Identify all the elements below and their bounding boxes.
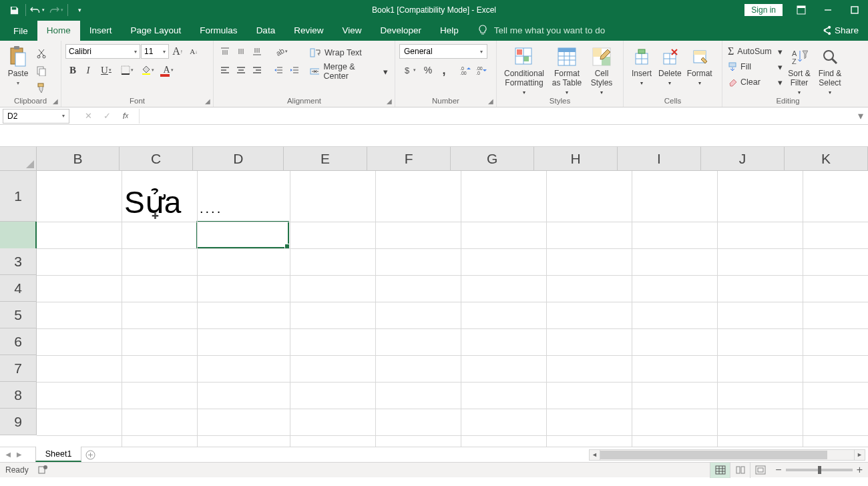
row-header-4[interactable]: 4 [0,275,36,302]
row-headers[interactable]: 123456789 [0,171,37,435]
cut-icon[interactable] [33,46,49,61]
align-bottom-icon[interactable] [250,44,264,59]
accounting-format-icon[interactable]: $▾ [399,63,419,77]
format-cells-button[interactable]: Format▾ [684,44,715,87]
col-header-G[interactable]: G [451,147,534,170]
font-color-icon[interactable]: A▾ [158,63,178,77]
scroll-right-icon[interactable]: ► [854,449,865,461]
font-launcher-icon[interactable]: ◢ [203,97,212,105]
align-center-icon[interactable] [234,63,248,77]
underline-button[interactable]: U▾ [96,63,116,77]
qat-customize-icon[interactable]: ▾ [71,1,88,19]
number-launcher-icon[interactable]: ◢ [486,97,495,105]
tab-file[interactable]: File [4,21,37,41]
sign-in-button[interactable]: Sign in [744,4,783,16]
save-icon[interactable] [5,1,23,19]
align-right-icon[interactable] [250,63,264,77]
tab-help[interactable]: Help [431,21,468,41]
tab-view[interactable]: View [333,21,371,41]
new-sheet-icon[interactable] [81,447,99,462]
spreadsheet-grid[interactable]: BCDEFGHIJK 123456789 Sửa .... ✚ [0,147,868,447]
autosum-button[interactable]: ΣAutoSum▾ [726,44,784,59]
border-icon[interactable]: ▾ [117,63,137,77]
col-header-B[interactable]: B [37,147,120,170]
font-size-select[interactable]: 11▾ [141,44,169,59]
cell-styles-button[interactable]: Cell Styles▾ [586,44,617,97]
undo-icon[interactable]: ▾ [29,1,46,19]
col-header-I[interactable]: I [618,147,701,170]
page-break-view-icon[interactable] [750,463,770,478]
wrap-text-button[interactable]: Wrap Text [307,44,391,61]
tab-review[interactable]: Review [284,21,333,41]
orientation-icon[interactable]: ab▾ [271,44,291,59]
font-name-select[interactable]: Calibri▾ [65,44,140,59]
cells-area[interactable]: Sửa .... ✚ [37,171,868,447]
tell-me-search[interactable]: Tell me what you want to do [468,20,615,41]
format-as-table-button[interactable]: Format as Table▾ [548,44,586,97]
align-left-icon[interactable] [218,63,232,77]
bold-button[interactable]: B [65,63,80,77]
percent-format-icon[interactable]: % [421,63,435,77]
share-button[interactable]: Share [812,21,868,41]
col-header-J[interactable]: J [701,147,785,170]
italic-button[interactable]: I [81,63,95,77]
zoom-out-icon[interactable]: − [775,464,781,476]
tab-page-layout[interactable]: Page Layout [122,21,191,41]
name-box[interactable]: D2▾ [3,109,69,124]
formula-bar[interactable] [139,109,853,124]
tab-home[interactable]: Home [37,21,80,41]
merge-center-button[interactable]: Merge & Center▾ [307,63,391,80]
scroll-left-icon[interactable]: ◄ [589,449,600,461]
tab-developer[interactable]: Developer [371,21,431,41]
insert-cells-button[interactable]: Insert▾ [628,44,656,87]
sheet-tab-sheet1[interactable]: Sheet1 [35,447,82,462]
col-header-K[interactable]: K [785,147,868,170]
decrease-decimal-icon[interactable]: .00.0 [474,63,489,77]
page-layout-view-icon[interactable] [730,463,750,478]
clear-button[interactable]: Clear▾ [726,75,784,89]
row-header-8[interactable]: 8 [0,382,36,409]
fill-button[interactable]: Fill▾ [726,59,784,74]
decrease-indent-icon[interactable] [271,63,286,77]
tab-data[interactable]: Data [247,21,285,41]
col-header-C[interactable]: C [120,147,193,170]
cell-d1[interactable]: .... [197,171,290,222]
col-header-D[interactable]: D [193,147,284,170]
column-headers[interactable]: BCDEFGHIJK [37,147,868,171]
zoom-slider[interactable] [786,469,853,471]
format-painter-icon[interactable] [33,81,49,95]
fill-color-icon[interactable]: ▾ [138,63,158,77]
insert-function-icon[interactable]: fx [116,109,135,124]
number-format-select[interactable]: General▾ [399,44,487,59]
scroll-thumb[interactable] [600,451,827,459]
row-header-3[interactable]: 3 [0,248,36,275]
increase-decimal-icon[interactable]: .0.00 [458,63,473,77]
row-header-1[interactable]: 1 [0,171,36,222]
tab-formulas[interactable]: Formulas [190,21,246,41]
row-header-9[interactable]: 9 [0,409,36,435]
paste-button[interactable]: Paste ▾ [4,44,32,87]
align-top-icon[interactable] [218,44,232,59]
col-header-H[interactable]: H [534,147,618,170]
row-header-6[interactable]: 6 [0,328,36,355]
row-header-5[interactable]: 5 [0,302,36,328]
find-select-button[interactable]: Find & Select▾ [815,44,845,97]
minimize-icon[interactable] [815,0,841,20]
col-header-F[interactable]: F [367,147,451,170]
increase-font-icon[interactable]: A↑ [170,44,185,59]
tab-insert[interactable]: Insert [80,21,122,41]
delete-cells-button[interactable]: Delete▾ [656,44,684,87]
col-header-E[interactable]: E [284,147,367,170]
comma-format-icon[interactable]: , [437,63,451,77]
ribbon-options-icon[interactable] [788,0,815,20]
copy-icon[interactable] [33,63,49,78]
normal-view-icon[interactable] [710,463,730,478]
cell-c1[interactable]: Sửa [122,171,197,222]
macro-record-icon[interactable] [38,465,47,476]
select-all-corner[interactable] [0,147,37,171]
sheet-nav[interactable]: ◄► [0,447,27,462]
increase-indent-icon[interactable] [287,63,302,77]
maximize-icon[interactable] [841,0,868,20]
clipboard-launcher-icon[interactable]: ◢ [51,97,59,105]
zoom-in-icon[interactable]: + [857,464,863,476]
